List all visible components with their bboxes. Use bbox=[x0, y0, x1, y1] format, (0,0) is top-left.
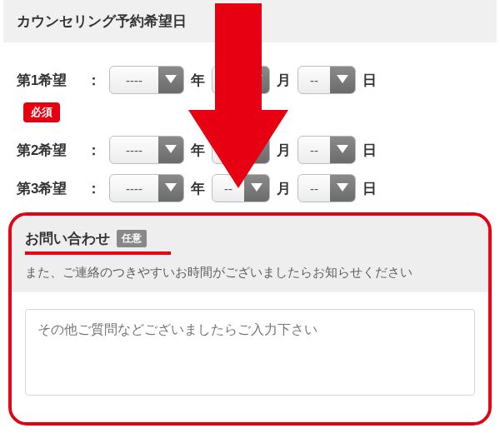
chevron-down-icon bbox=[244, 137, 269, 163]
inquiry-title: お問い合わせ bbox=[25, 229, 110, 248]
inquiry-header: お問い合わせ 任意 また、ご連絡のつきやすいお時間がございましたらお知らせくださ… bbox=[12, 216, 488, 292]
colon: ： bbox=[87, 179, 101, 198]
svg-marker-3 bbox=[165, 145, 177, 153]
svg-marker-4 bbox=[251, 145, 262, 153]
chevron-down-icon bbox=[244, 175, 269, 202]
pref3-label: 第3希望 bbox=[17, 179, 80, 198]
colon: ： bbox=[87, 141, 101, 160]
section-title: カウンセリング予約希望日 bbox=[3, 0, 497, 42]
svg-marker-1 bbox=[251, 75, 262, 83]
chevron-down-icon bbox=[158, 67, 183, 93]
pref2-day-select[interactable]: -- bbox=[298, 136, 356, 164]
pref3-day-select[interactable]: -- bbox=[298, 174, 356, 202]
pref1-year-value: ---- bbox=[110, 67, 158, 93]
inquiry-textarea[interactable] bbox=[25, 309, 475, 396]
chevron-down-icon bbox=[158, 137, 183, 163]
svg-marker-8 bbox=[337, 183, 348, 192]
pref3-year-select[interactable]: ---- bbox=[109, 174, 184, 202]
required-badge: 必須 bbox=[23, 102, 60, 122]
pref1-year-select[interactable]: ---- bbox=[109, 66, 184, 94]
chevron-down-icon bbox=[330, 67, 355, 93]
optional-badge: 任意 bbox=[117, 230, 147, 247]
svg-marker-6 bbox=[165, 183, 177, 192]
pref2-label: 第2希望 bbox=[17, 141, 80, 160]
year-unit: 年 bbox=[191, 71, 205, 90]
pref-row-2: 第2希望 ： ---- 年 -- 月 -- 日 bbox=[3, 131, 497, 169]
pref1-month-value: -- bbox=[212, 67, 244, 93]
pref3-month-select[interactable]: -- bbox=[212, 174, 270, 202]
pref1-label: 第1希望 bbox=[17, 71, 80, 90]
colon: ： bbox=[87, 71, 101, 90]
svg-marker-0 bbox=[165, 75, 177, 83]
chevron-down-icon bbox=[158, 175, 183, 202]
chevron-down-icon bbox=[330, 175, 355, 202]
pref-row-3: 第3希望 ： ---- 年 -- 月 -- 日 bbox=[3, 169, 497, 207]
chevron-down-icon bbox=[330, 137, 355, 163]
pref1-month-select[interactable]: -- bbox=[212, 66, 270, 94]
pref1-day-value: -- bbox=[298, 67, 330, 93]
day-unit: 日 bbox=[362, 71, 377, 90]
month-unit: 月 bbox=[277, 71, 291, 90]
pref-row-1: 第1希望 ： ---- 年 -- 月 -- 日 bbox=[3, 61, 497, 99]
chevron-down-icon bbox=[244, 67, 269, 93]
pref2-year-select[interactable]: ---- bbox=[109, 136, 184, 164]
inquiry-section: お問い合わせ 任意 また、ご連絡のつきやすいお時間がございましたらお知らせくださ… bbox=[8, 212, 492, 426]
pref2-month-select[interactable]: -- bbox=[212, 136, 270, 164]
svg-marker-2 bbox=[337, 75, 348, 83]
svg-marker-7 bbox=[251, 183, 262, 192]
inquiry-subtitle: また、ご連絡のつきやすいお時間がございましたらお知らせください bbox=[25, 265, 475, 281]
svg-marker-5 bbox=[337, 145, 348, 153]
pref1-day-select[interactable]: -- bbox=[298, 66, 356, 94]
